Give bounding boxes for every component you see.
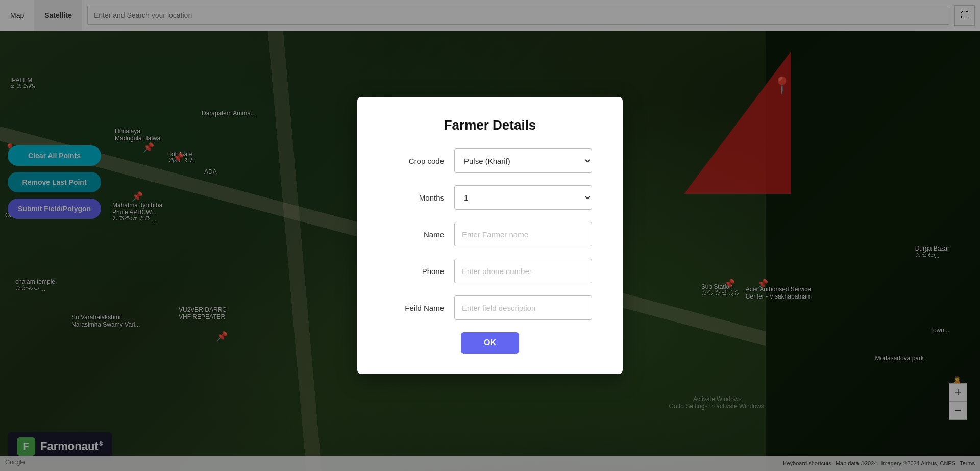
ok-button[interactable]: OK xyxy=(461,332,519,354)
field-name-input[interactable] xyxy=(454,295,592,320)
modal-overlay: Farmer Details Crop code Pulse (Kharif) … xyxy=(0,0,980,471)
ok-button-row: OK xyxy=(388,332,592,354)
modal-title: Farmer Details xyxy=(388,117,592,133)
crop-code-row: Crop code Pulse (Kharif) Rice (Kharif) W… xyxy=(388,148,592,173)
months-row: Months 1 2 3 4 5 6 xyxy=(388,185,592,210)
farmer-details-modal: Farmer Details Crop code Pulse (Kharif) … xyxy=(357,97,623,374)
phone-row: Phone xyxy=(388,259,592,283)
months-select[interactable]: 1 2 3 4 5 6 xyxy=(454,185,592,210)
phone-input[interactable] xyxy=(454,259,592,283)
name-input[interactable] xyxy=(454,222,592,246)
name-label: Name xyxy=(388,230,444,239)
field-name-row: Feild Name xyxy=(388,295,592,320)
name-row: Name xyxy=(388,222,592,246)
phone-label: Phone xyxy=(388,267,444,276)
field-name-label: Feild Name xyxy=(388,304,444,312)
months-label: Months xyxy=(388,193,444,202)
crop-code-select[interactable]: Pulse (Kharif) Rice (Kharif) Wheat (Rabi… xyxy=(454,148,592,173)
crop-code-label: Crop code xyxy=(388,157,444,165)
